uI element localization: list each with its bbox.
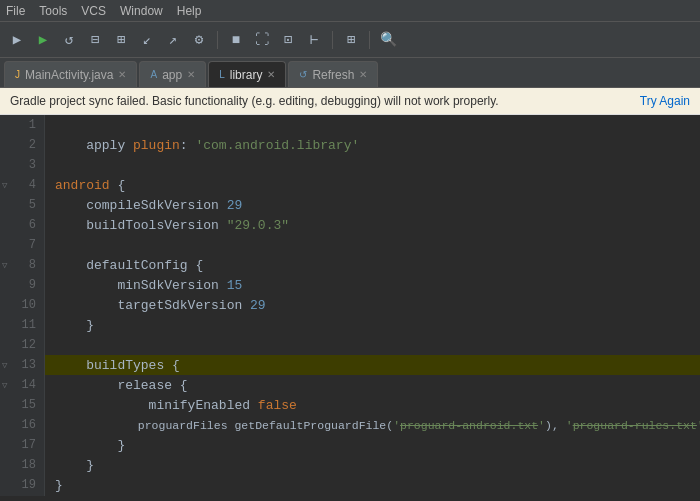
tab-refresh[interactable]: ↺ Refresh ✕	[288, 61, 378, 87]
code-line-12	[45, 335, 700, 355]
code-line-compile-sdk: compileSdkVersion 29	[45, 195, 700, 215]
toolbar-btn-6[interactable]: ↙	[136, 29, 158, 51]
tab-close-app[interactable]: ✕	[187, 69, 195, 80]
code-line-19: }	[45, 475, 700, 495]
line-num-15: 15	[22, 398, 36, 412]
tab-close-main-activity[interactable]: ✕	[118, 69, 126, 80]
toolbar-btn-5[interactable]: ⊞	[110, 29, 132, 51]
code-plugin-value: 'com.android.library'	[195, 138, 359, 153]
code-brace-close-release: }	[55, 438, 125, 453]
tab-icon-library: L	[219, 69, 225, 80]
menu-window[interactable]: Window	[120, 4, 163, 18]
warning-banner: Gradle project sync failed. Basic functi…	[0, 88, 700, 115]
code-brace-open-android: {	[117, 178, 125, 193]
menu-file[interactable]: File	[6, 4, 25, 18]
gutter-line-7: 7	[0, 235, 44, 255]
line-num-7: 7	[29, 238, 36, 252]
gutter-line-15: 15	[0, 395, 44, 415]
toolbar-btn-7[interactable]: ↗	[162, 29, 184, 51]
line-num-android: 4	[29, 178, 36, 192]
toolbar-btn-10[interactable]: ⛶	[251, 29, 273, 51]
gutter-line-1: 1	[0, 115, 44, 135]
code-android: android	[55, 178, 117, 193]
gutter-line-9: 9	[0, 275, 44, 295]
toolbar-btn-1[interactable]: ▶	[6, 29, 28, 51]
code-brace-open-buildtypes: {	[172, 358, 180, 373]
warning-text: Gradle project sync failed. Basic functi…	[10, 94, 499, 108]
line-num-3: 3	[29, 158, 36, 172]
code-buildtools-key: buildToolsVersion	[55, 218, 227, 233]
gutter-line-17: 17	[0, 435, 44, 455]
line-num-9: 9	[29, 278, 36, 292]
code-line-minsdk: minSdkVersion 15	[45, 275, 700, 295]
gutter-line-10: 10	[0, 295, 44, 315]
toolbar-btn-8[interactable]: ⚙	[188, 29, 210, 51]
line-num-6: 6	[29, 218, 36, 232]
tab-icon-refresh: ↺	[299, 69, 307, 80]
code-line-android: android {	[45, 175, 700, 195]
line-num-14: 14	[22, 378, 36, 392]
line-num-10: 10	[22, 298, 36, 312]
toolbar-btn-4[interactable]: ⊟	[84, 29, 106, 51]
line-num-19: 19	[22, 478, 36, 492]
code-plugin-kw: plugin	[133, 138, 180, 153]
toolbar-btn-11[interactable]: ⊡	[277, 29, 299, 51]
gutter-line-3: 3	[0, 155, 44, 175]
tab-library[interactable]: L library ✕	[208, 61, 286, 87]
code-line-defaultconfig: defaultConfig {	[45, 255, 700, 275]
code-line-3	[45, 155, 700, 175]
line-num-13: 13	[22, 358, 36, 372]
tab-main-activity[interactable]: J MainActivity.java ✕	[4, 61, 137, 87]
menu-help[interactable]: Help	[177, 4, 202, 18]
gutter-line-8: ▽ 8	[0, 255, 44, 275]
gutter-line-12: 12	[0, 335, 44, 355]
toolbar: ▶ ▶ ↺ ⊟ ⊞ ↙ ↗ ⚙ ■ ⛶ ⊡ ⊢ ⊞ 🔍	[0, 22, 700, 58]
toolbar-btn-12[interactable]: ⊢	[303, 29, 325, 51]
code-apply-keyword: apply	[55, 138, 133, 153]
gutter-line-14: ▽ 14	[0, 375, 44, 395]
tab-close-refresh[interactable]: ✕	[359, 69, 367, 80]
try-again-button[interactable]: Try Again	[640, 94, 690, 108]
code-buildtypes: buildTypes	[55, 358, 172, 373]
code-line-proguard: proguardFiles getDefaultProguardFile('pr…	[45, 415, 700, 435]
code-targetsdk-val: 29	[250, 298, 266, 313]
gutter-line-11: 11	[0, 315, 44, 335]
line-num-16: 16	[22, 418, 36, 432]
menu-tools[interactable]: Tools	[39, 4, 67, 18]
tab-label-library: library	[230, 68, 263, 82]
fold-icon-release[interactable]: ▽	[2, 380, 7, 391]
line-number-gutter: 1 2 3 ▽ 4 5 6 7 ▽ 8 9 10	[0, 115, 45, 496]
toolbar-btn-search[interactable]: 🔍	[377, 29, 399, 51]
tab-icon-app: A	[150, 69, 157, 80]
tab-close-library[interactable]: ✕	[267, 69, 275, 80]
code-brace-open-defaultconfig: {	[195, 258, 203, 273]
fold-icon-defaultconfig[interactable]: ▽	[2, 260, 7, 271]
code-proguard-val1: 'proguard-android.txt'	[393, 419, 545, 432]
line-num-11: 11	[22, 318, 36, 332]
toolbar-sep-1	[217, 31, 218, 49]
code-proguard-key: proguardFiles getDefaultProguardFile(	[55, 419, 393, 432]
code-minify-val: false	[258, 398, 297, 413]
fold-icon-android[interactable]: ▽	[2, 180, 7, 191]
tab-app[interactable]: A app ✕	[139, 61, 206, 87]
code-area[interactable]: apply plugin: 'com.android.library' andr…	[45, 115, 700, 496]
code-proguard-comma: ),	[545, 419, 566, 432]
code-colon: :	[180, 138, 196, 153]
code-buildtools-val: "29.0.3"	[227, 218, 289, 233]
toolbar-btn-2[interactable]: ▶	[32, 29, 54, 51]
gutter-line-apply: 2	[0, 135, 44, 155]
toolbar-btn-13[interactable]: ⊞	[340, 29, 362, 51]
toolbar-btn-3[interactable]: ↺	[58, 29, 80, 51]
line-num-17: 17	[22, 438, 36, 452]
toolbar-btn-9[interactable]: ■	[225, 29, 247, 51]
code-minsdk-val: 15	[227, 278, 243, 293]
tab-label-refresh: Refresh	[312, 68, 354, 82]
menu-vcs[interactable]: VCS	[81, 4, 106, 18]
code-line-minify: minifyEnabled false	[45, 395, 700, 415]
code-brace-close-defaultconfig: }	[55, 318, 94, 333]
fold-icon-buildtypes[interactable]: ▽	[2, 360, 7, 371]
code-line-18: }	[45, 455, 700, 475]
gutter-line-18: 18	[0, 455, 44, 475]
gutter-line-16: 16	[0, 415, 44, 435]
code-line-release: release {	[45, 375, 700, 395]
